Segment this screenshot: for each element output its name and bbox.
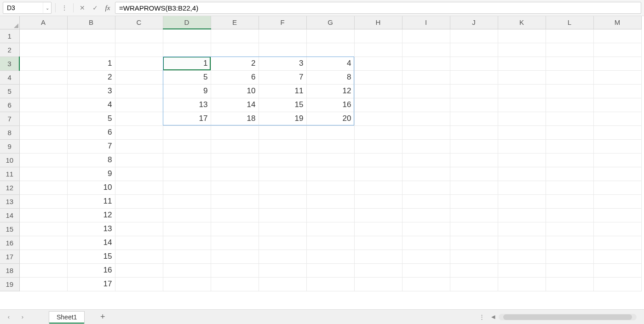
cell-G5[interactable]: 12 <box>306 84 354 98</box>
cell-C15[interactable] <box>115 222 163 236</box>
cell-A14[interactable] <box>19 208 67 222</box>
cell-I1[interactable] <box>402 29 450 43</box>
cell-A19[interactable] <box>19 277 67 291</box>
cell-K4[interactable] <box>498 70 546 84</box>
cell-D5[interactable]: 9 <box>163 84 211 98</box>
cell-J18[interactable] <box>450 263 498 277</box>
cell-C7[interactable] <box>115 112 163 125</box>
cell-B12[interactable]: 10 <box>67 181 115 194</box>
row-header-1[interactable]: 1 <box>0 29 19 43</box>
cell-H5[interactable] <box>354 84 402 98</box>
column-header-M[interactable]: M <box>593 16 641 29</box>
cell-I10[interactable] <box>402 153 450 167</box>
cell-B14[interactable]: 12 <box>67 208 115 222</box>
column-header-J[interactable]: J <box>450 16 498 29</box>
column-header-E[interactable]: E <box>211 16 259 29</box>
cell-D19[interactable] <box>163 277 211 291</box>
cell-G8[interactable] <box>306 125 354 139</box>
row-header-7[interactable]: 7 <box>0 112 19 125</box>
cell-H12[interactable] <box>354 181 402 194</box>
cell-B16[interactable]: 14 <box>67 236 115 250</box>
cell-B7[interactable]: 5 <box>67 112 115 125</box>
cell-I17[interactable] <box>402 250 450 263</box>
add-sheet-button[interactable]: + <box>96 311 109 323</box>
cell-F3[interactable]: 3 <box>259 57 306 70</box>
cell-H10[interactable] <box>354 153 402 167</box>
scrollbar-thumb[interactable] <box>503 314 632 320</box>
cell-H19[interactable] <box>354 277 402 291</box>
cell-A12[interactable] <box>19 181 67 194</box>
cell-D9[interactable] <box>163 139 211 153</box>
cell-D14[interactable] <box>163 208 211 222</box>
row-header-19[interactable]: 19 <box>0 277 19 291</box>
cell-D10[interactable] <box>163 153 211 167</box>
cell-B19[interactable]: 17 <box>67 277 115 291</box>
cell-A17[interactable] <box>19 250 67 263</box>
cell-C13[interactable] <box>115 194 163 208</box>
cell-C17[interactable] <box>115 250 163 263</box>
cell-J16[interactable] <box>450 236 498 250</box>
cell-G19[interactable] <box>306 277 354 291</box>
row-header-6[interactable]: 6 <box>0 98 19 112</box>
cell-J9[interactable] <box>450 139 498 153</box>
cell-D18[interactable] <box>163 263 211 277</box>
cell-I16[interactable] <box>402 236 450 250</box>
cell-G1[interactable] <box>306 29 354 43</box>
cell-J13[interactable] <box>450 194 498 208</box>
column-header-B[interactable]: B <box>67 16 115 29</box>
cell-D15[interactable] <box>163 222 211 236</box>
cell-K1[interactable] <box>498 29 546 43</box>
cell-E19[interactable] <box>211 277 259 291</box>
cell-A9[interactable] <box>19 139 67 153</box>
cell-I19[interactable] <box>402 277 450 291</box>
cell-B11[interactable]: 9 <box>67 167 115 181</box>
cell-A8[interactable] <box>19 125 67 139</box>
cell-A11[interactable] <box>19 167 67 181</box>
cell-H14[interactable] <box>354 208 402 222</box>
cell-D3[interactable]: 1 <box>163 57 211 70</box>
cell-G3[interactable]: 4 <box>306 57 354 70</box>
chevron-down-icon[interactable]: ⌄ <box>43 2 51 13</box>
cell-J14[interactable] <box>450 208 498 222</box>
cell-C5[interactable] <box>115 84 163 98</box>
cell-I13[interactable] <box>402 194 450 208</box>
cell-E6[interactable]: 14 <box>211 98 259 112</box>
cell-G4[interactable]: 8 <box>306 70 354 84</box>
cell-K6[interactable] <box>498 98 546 112</box>
cell-F17[interactable] <box>259 250 306 263</box>
cell-E10[interactable] <box>211 153 259 167</box>
cell-F11[interactable] <box>259 167 306 181</box>
cell-L6[interactable] <box>546 98 593 112</box>
cell-M13[interactable] <box>593 194 641 208</box>
row-header-18[interactable]: 18 <box>0 263 19 277</box>
cell-J8[interactable] <box>450 125 498 139</box>
cell-K11[interactable] <box>498 167 546 181</box>
cell-F9[interactable] <box>259 139 306 153</box>
cell-B15[interactable]: 13 <box>67 222 115 236</box>
cell-E15[interactable] <box>211 222 259 236</box>
cell-K15[interactable] <box>498 222 546 236</box>
cell-D7[interactable]: 17 <box>163 112 211 125</box>
cell-M7[interactable] <box>593 112 641 125</box>
cell-M4[interactable] <box>593 70 641 84</box>
cell-A16[interactable] <box>19 236 67 250</box>
cell-F15[interactable] <box>259 222 306 236</box>
horizontal-scrollbar[interactable] <box>499 314 637 320</box>
cell-L15[interactable] <box>546 222 593 236</box>
cell-M10[interactable] <box>593 153 641 167</box>
cell-I4[interactable] <box>402 70 450 84</box>
cell-K3[interactable] <box>498 57 546 70</box>
column-header-L[interactable]: L <box>546 16 593 29</box>
more-icon[interactable]: ⋮ <box>59 2 69 14</box>
cell-D4[interactable]: 5 <box>163 70 211 84</box>
cell-G17[interactable] <box>306 250 354 263</box>
row-header-15[interactable]: 15 <box>0 222 19 236</box>
cell-K13[interactable] <box>498 194 546 208</box>
cell-I5[interactable] <box>402 84 450 98</box>
cell-F16[interactable] <box>259 236 306 250</box>
cell-B5[interactable]: 3 <box>67 84 115 98</box>
cell-H1[interactable] <box>354 29 402 43</box>
cell-C3[interactable] <box>115 57 163 70</box>
cell-M3[interactable] <box>593 57 641 70</box>
sheet-more-icon[interactable]: ⋮ <box>476 311 488 323</box>
